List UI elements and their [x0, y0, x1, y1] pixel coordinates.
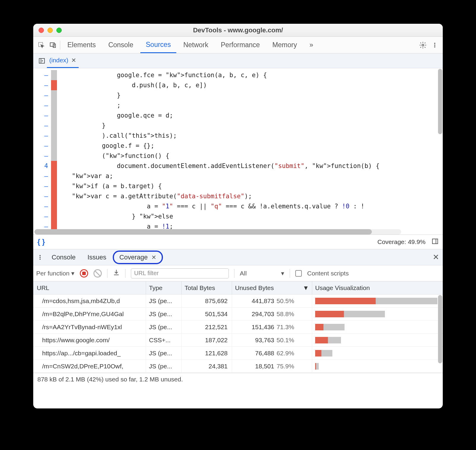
- sort-desc-icon: ▼: [303, 284, 309, 291]
- sidebar-toggle-icon[interactable]: [431, 238, 439, 246]
- content-scripts-label: Content scripts: [307, 270, 349, 277]
- settings-icon[interactable]: [418, 40, 428, 50]
- kebab-menu-icon[interactable]: [430, 40, 440, 50]
- drawer-tabs: Console Issues Coverage ✕ ✕: [33, 249, 443, 265]
- titlebar: DevTools - www.google.com/: [33, 24, 443, 37]
- dropdown-icon: ▾: [71, 270, 74, 277]
- coverage-status: 878 kB of 2.1 MB (42%) used so far, 1.2 …: [33, 373, 443, 385]
- svg-point-4: [434, 43, 435, 44]
- table-scrollbar[interactable]: [438, 295, 442, 363]
- col-header-viz[interactable]: Usage Visualization: [312, 281, 443, 294]
- table-row[interactable]: /m=B2qlPe,DhPYme,GU4Gal JS (pe... 501,53…: [33, 308, 443, 321]
- more-tabs-button[interactable]: »: [304, 37, 319, 53]
- record-button[interactable]: [80, 269, 88, 278]
- source-tab-index[interactable]: (index) ✕: [47, 53, 79, 68]
- col-header-total[interactable]: Total Bytes: [182, 281, 232, 294]
- code-content[interactable]: google.fce = "kw">function(a, b, c, e) {…: [72, 68, 443, 234]
- clear-button[interactable]: [93, 269, 102, 278]
- svg-point-6: [434, 46, 435, 47]
- code-footer: { } Coverage: 49.9%: [33, 234, 443, 249]
- table-row[interactable]: https://ap.../cb=gapi.loaded_ JS (pe... …: [33, 347, 443, 360]
- svg-point-12: [39, 257, 41, 258]
- type-filter-select[interactable]: All ▾: [240, 270, 284, 277]
- close-drawer-tab-icon[interactable]: ✕: [151, 254, 156, 261]
- drawer-tab-coverage[interactable]: Coverage ✕: [113, 251, 163, 264]
- drawer-tab-issues[interactable]: Issues: [82, 253, 112, 261]
- granularity-select[interactable]: Per function ▾: [36, 270, 74, 277]
- code-gutter: –––––––––4––––––: [33, 68, 72, 234]
- close-drawer-icon[interactable]: ✕: [431, 252, 441, 262]
- col-header-url[interactable]: URL: [33, 281, 146, 294]
- coverage-toolbar: Per function ▾ URL filter All ▾ Content …: [33, 265, 443, 281]
- drawer-tab-console[interactable]: Console: [46, 253, 81, 261]
- inspect-icon[interactable]: [36, 40, 46, 50]
- tab-elements[interactable]: Elements: [62, 37, 101, 53]
- table-row[interactable]: /m=CnSW2d,DPreE,P10Owf, JS (pe... 24,381…: [33, 360, 443, 373]
- horizontal-scrollbar[interactable]: [34, 229, 401, 234]
- col-header-unused[interactable]: Unused Bytes ▼: [232, 281, 312, 294]
- coverage-table: /m=cdos,hsm,jsa,mb4ZUb,d JS (pe... 875,6…: [33, 294, 443, 373]
- code-area: –––––––––4–––––– google.fce = "kw">funct…: [33, 68, 443, 234]
- dropdown-icon: ▾: [281, 270, 284, 277]
- coverage-percent-label: Coverage: 49.9%: [377, 238, 426, 245]
- vertical-scrollbar[interactable]: [438, 69, 442, 134]
- tab-memory[interactable]: Memory: [267, 37, 302, 53]
- main-tabs: ElementsConsoleSourcesNetworkPerformance…: [33, 37, 443, 53]
- content-scripts-checkbox[interactable]: [295, 270, 302, 277]
- drawer-kebab-icon[interactable]: [35, 252, 45, 262]
- col-header-type[interactable]: Type: [146, 281, 182, 294]
- tab-sources[interactable]: Sources: [140, 37, 176, 53]
- svg-point-5: [434, 45, 435, 46]
- tab-console[interactable]: Console: [103, 37, 139, 53]
- svg-point-13: [39, 259, 41, 260]
- export-icon[interactable]: [113, 269, 120, 278]
- url-filter-input[interactable]: URL filter: [131, 268, 229, 278]
- table-row[interactable]: /m=cdos,hsm,jsa,mb4ZUb,d JS (pe... 875,6…: [33, 294, 443, 308]
- devtools-window: DevTools - www.google.com/ ElementsConso…: [33, 24, 443, 408]
- table-row[interactable]: /rs=AA2YrTvBynad-nWEy1xl JS (pe... 212,5…: [33, 321, 443, 334]
- device-toggle-icon[interactable]: [48, 40, 58, 50]
- tab-performance[interactable]: Performance: [215, 37, 265, 53]
- tab-network[interactable]: Network: [178, 37, 214, 53]
- close-tab-icon[interactable]: ✕: [71, 57, 76, 64]
- svg-point-3: [422, 44, 424, 46]
- source-tab-label: (index): [49, 57, 68, 64]
- svg-rect-9: [432, 239, 438, 244]
- svg-point-11: [39, 255, 41, 256]
- window-title: DevTools - www.google.com/: [33, 26, 443, 34]
- source-tabs: (index) ✕: [33, 53, 443, 68]
- coverage-table-header: URL Type Total Bytes Unused Bytes ▼ Usag…: [33, 281, 443, 294]
- table-row[interactable]: https://www.google.com/ CSS+... 187,022 …: [33, 334, 443, 347]
- svg-rect-1: [50, 43, 54, 46]
- pretty-print-icon[interactable]: { }: [37, 238, 45, 246]
- show-navigator-icon[interactable]: [37, 56, 47, 66]
